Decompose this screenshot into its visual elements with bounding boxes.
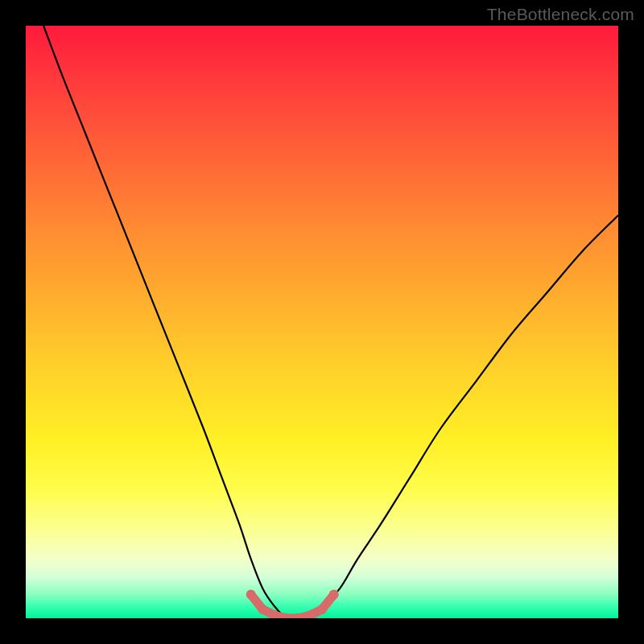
chart-svg [26, 26, 618, 618]
chart-stage: TheBottleneck.com [0, 0, 644, 644]
marker-dot [317, 605, 327, 614]
watermark-text: TheBottleneck.com [487, 5, 634, 24]
marker-dot [329, 590, 339, 600]
bottleneck-curve [43, 26, 618, 618]
marker-dot [258, 605, 267, 614]
plot-area [26, 26, 618, 618]
marker-dot [246, 590, 256, 600]
